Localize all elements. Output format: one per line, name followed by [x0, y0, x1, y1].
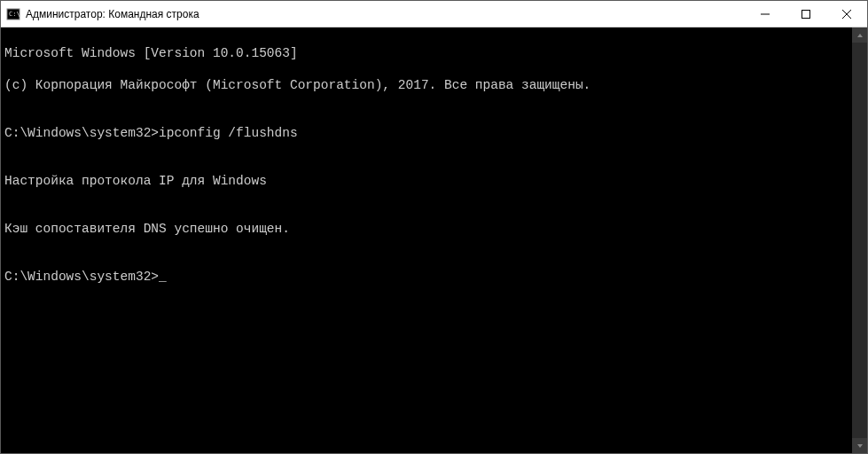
- command-prompt-window: C:\ Администратор: Командная строка Micr…: [0, 0, 868, 454]
- scroll-up-arrow-icon[interactable]: [852, 27, 867, 43]
- titlebar[interactable]: C:\ Администратор: Командная строка: [1, 1, 867, 27]
- window-controls: [745, 1, 867, 27]
- terminal-content[interactable]: Microsoft Windows [Version 10.0.15063] (…: [1, 27, 852, 453]
- vertical-scrollbar[interactable]: [852, 27, 867, 453]
- terminal-area: Microsoft Windows [Version 10.0.15063] (…: [1, 27, 867, 453]
- terminal-line: C:\Windows\system32>ipconfig /flushdns: [4, 125, 848, 141]
- scroll-track[interactable]: [852, 43, 867, 438]
- titlebar-left: C:\ Администратор: Командная строка: [6, 7, 199, 21]
- terminal-line: Microsoft Windows [Version 10.0.15063]: [4, 45, 848, 61]
- maximize-button[interactable]: [786, 1, 826, 27]
- cmd-icon: C:\: [6, 7, 20, 21]
- terminal-line: Настройка протокола IP для Windows: [4, 173, 848, 189]
- svg-text:C:\: C:\: [9, 11, 20, 18]
- scroll-down-arrow-icon[interactable]: [852, 438, 867, 453]
- terminal-line: (c) Корпорация Майкрософт (Microsoft Cor…: [4, 77, 848, 93]
- svg-rect-3: [802, 10, 810, 18]
- close-button[interactable]: [826, 1, 867, 27]
- window-title: Администратор: Командная строка: [26, 8, 199, 20]
- terminal-line: C:\Windows\system32>_: [4, 269, 848, 285]
- minimize-button[interactable]: [745, 1, 786, 27]
- terminal-line: Кэш сопоставителя DNS успешно очищен.: [4, 221, 848, 237]
